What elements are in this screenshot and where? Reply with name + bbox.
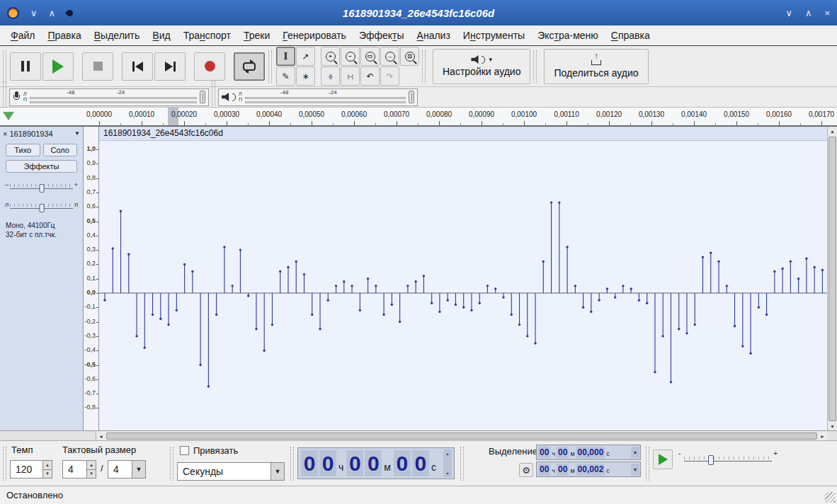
dropdown-arrow-icon[interactable]: ▾	[631, 464, 639, 476]
selection-digit-group[interactable]: 00,002	[576, 464, 605, 476]
selection-toolbar-grip[interactable]	[460, 447, 464, 481]
playback-meter[interactable]: Л П -48 -24	[218, 88, 418, 106]
zoom-out-button[interactable]: −	[341, 47, 360, 66]
playback-speed-slider[interactable]: - +	[678, 451, 778, 468]
playback-meter-handle[interactable]	[409, 91, 414, 103]
dropdown-arrow-icon[interactable]: ▼	[271, 463, 284, 480]
audacity-logo-icon[interactable]	[7, 7, 19, 19]
skip-to-end-button[interactable]	[154, 52, 186, 81]
selection-digit-group[interactable]: 00	[557, 464, 569, 476]
minimize-icon[interactable]: ∨	[785, 8, 792, 18]
waveform[interactable]	[99, 141, 827, 431]
zoom-toggle-button[interactable]: ↔	[380, 47, 399, 66]
selection-settings-button[interactable]: ⚙	[519, 463, 533, 477]
pin-window-icon[interactable]	[65, 8, 74, 18]
snap-checkbox-row[interactable]: Привязать	[180, 445, 238, 456]
redo-button[interactable]: ↷	[380, 67, 399, 86]
menu-item-9[interactable]: Инструменты	[457, 27, 531, 44]
menu-item-1[interactable]: Правка	[41, 27, 87, 44]
selection-digit-group[interactable]: 00	[538, 447, 550, 459]
vertical-scrollbar[interactable]: ▲ ▼	[827, 127, 837, 431]
time-display-stepper[interactable]: ▴▾	[443, 449, 452, 477]
menu-item-3[interactable]: Вид	[146, 27, 176, 44]
pause-button[interactable]	[10, 52, 41, 81]
envelope-tool-button[interactable]: ↗	[296, 47, 315, 66]
time-display[interactable]: 00ч00м00с ▴▾	[297, 447, 455, 479]
transport-toolbar-grip[interactable]	[3, 50, 6, 83]
timeline-ruler[interactable]: 0,000000,000100,000200,000300,000400,000…	[0, 108, 837, 126]
time-digit[interactable]: 0	[365, 450, 382, 476]
play-at-speed-button[interactable]	[653, 449, 673, 469]
multi-tool-button[interactable]: ∗	[296, 67, 315, 86]
dropdown-arrow-icon[interactable]: ▾	[631, 447, 639, 459]
menu-item-11[interactable]: Справка	[605, 27, 656, 44]
shade-up-icon[interactable]: ∧	[49, 8, 56, 18]
snap-toolbar-grip[interactable]	[170, 447, 173, 481]
zoom-selection-button[interactable]: ▭	[360, 47, 380, 66]
tempo-spinner[interactable]: 120 ▲▼	[10, 460, 52, 479]
time-signature-lower-dropdown[interactable]: 4 ▼	[108, 460, 146, 479]
selection-digit-group[interactable]: 00	[557, 447, 569, 459]
tempo-value[interactable]: 120	[10, 460, 42, 479]
loop-button[interactable]	[234, 52, 265, 81]
resize-grip[interactable]	[825, 492, 836, 503]
time-digit[interactable]: 0	[301, 450, 318, 476]
speed-slider-thumb[interactable]	[708, 455, 714, 465]
selection-end-field[interactable]: 00ч00м00,002с▾	[536, 462, 641, 477]
playhead-triangle-icon[interactable]	[3, 112, 14, 120]
share-toolbar-grip[interactable]	[533, 50, 537, 83]
tempo-stepper[interactable]: ▲▼	[42, 460, 52, 479]
shade-down-icon[interactable]: ∨	[30, 8, 38, 18]
menu-item-0[interactable]: Файл	[4, 27, 41, 44]
pan-slider-thumb[interactable]	[39, 204, 44, 212]
stop-button[interactable]	[82, 52, 113, 81]
menu-item-7[interactable]: Эффекты	[353, 27, 411, 44]
recording-meter[interactable]: Л П -48 -24	[9, 88, 209, 106]
play-at-speed-grip[interactable]	[646, 447, 649, 481]
scroll-right-icon[interactable]: ►	[818, 432, 827, 440]
menu-item-10[interactable]: Экстра-меню	[531, 27, 605, 44]
snap-units-dropdown[interactable]: Секунды ▼	[177, 462, 285, 481]
trim-outside-selection-button[interactable]: -||-	[321, 67, 340, 86]
selection-digit-group[interactable]: 00	[538, 464, 550, 476]
menu-item-8[interactable]: Анализ	[411, 27, 457, 44]
track-close-button[interactable]: ×	[3, 130, 7, 138]
time-digit[interactable]: 0	[346, 450, 363, 476]
undo-button[interactable]: ↶	[360, 67, 380, 86]
gain-slider-thumb[interactable]	[39, 184, 44, 193]
record-button[interactable]	[194, 52, 225, 81]
zoom-in-button[interactable]: +	[321, 47, 340, 66]
time-signature-upper-value[interactable]: 4	[62, 460, 86, 479]
close-icon[interactable]: ×	[824, 8, 830, 18]
snap-checkbox[interactable]	[180, 446, 189, 455]
mute-button[interactable]: Тихо	[6, 144, 40, 156]
menu-item-5[interactable]: Треки	[237, 27, 276, 44]
horizontal-scrollbar-thumb[interactable]	[106, 433, 817, 440]
selection-tool-button[interactable]: I	[276, 47, 295, 66]
menu-item-6[interactable]: Генерировать	[276, 27, 353, 44]
clip-title[interactable]: 1618901934_26e4543fc16c06d	[99, 127, 827, 141]
time-digit[interactable]: 0	[412, 450, 429, 476]
amplitude-ruler[interactable]: 1,00,90,80,70,60,50,40,30,20,10,0-0,1-0,…	[84, 127, 99, 431]
fit-project-button[interactable]: ⊡	[400, 47, 419, 66]
time-digit[interactable]: 0	[319, 450, 336, 476]
time-display-grip[interactable]	[290, 447, 294, 481]
pan-slider[interactable]: л п	[8, 201, 74, 212]
vertical-scrollbar-thumb[interactable]	[829, 137, 836, 421]
solo-button[interactable]: Соло	[43, 144, 78, 156]
scroll-left-icon[interactable]: ◄	[96, 432, 106, 440]
time-signature-upper-spinner[interactable]: 4 ▲▼	[62, 460, 96, 479]
selection-start-field[interactable]: 00ч00м00,000с▾	[536, 445, 641, 460]
play-button[interactable]	[42, 52, 74, 81]
time-toolbar-grip[interactable]	[3, 447, 6, 481]
audio-setup-toolbar-grip[interactable]	[422, 50, 426, 83]
selection-digit-group[interactable]: 00,000	[576, 447, 605, 459]
dropdown-arrow-icon[interactable]: ▼	[132, 461, 145, 478]
menu-item-2[interactable]: Выделить	[88, 27, 147, 44]
time-signature-stepper[interactable]: ▲▼	[86, 460, 96, 479]
share-audio-button[interactable]: ↑ Поделиться аудио	[544, 49, 648, 84]
effects-button[interactable]: Эффекты	[6, 160, 77, 173]
scroll-up-icon[interactable]: ▲	[828, 127, 837, 136]
gain-slider[interactable]: – +	[8, 181, 74, 193]
record-meter-handle[interactable]	[200, 91, 205, 103]
